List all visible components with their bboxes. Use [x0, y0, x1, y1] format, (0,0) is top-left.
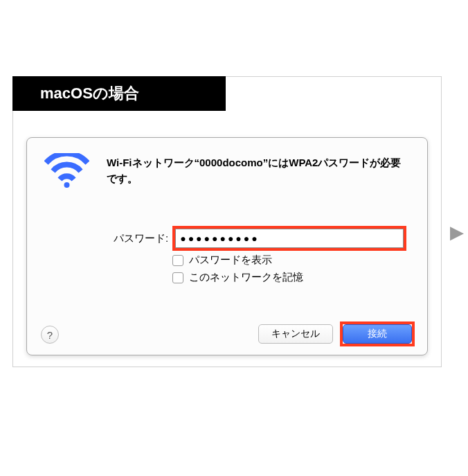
wifi-icon — [44, 153, 89, 188]
next-step-arrow-icon: ▶ — [450, 222, 464, 243]
help-button[interactable]: ? — [41, 326, 59, 344]
dialog-message: Wi-Fiネットワーク“0000docomo”にはWPA2パスワードが必要です。 — [107, 155, 411, 186]
section-title: macOSの場合 — [40, 83, 139, 104]
password-row: パスワード: — [114, 226, 406, 251]
cancel-button[interactable]: キャンセル — [258, 324, 333, 344]
connect-button[interactable]: 接続 — [343, 324, 412, 344]
password-label: パスワード: — [114, 232, 168, 245]
help-icon: ? — [47, 329, 53, 341]
password-input-highlight — [172, 226, 406, 251]
remember-network-checkbox[interactable] — [172, 272, 183, 283]
show-password-row[interactable]: パスワードを表示 — [172, 254, 272, 267]
password-input[interactable] — [175, 229, 404, 248]
show-password-checkbox[interactable] — [172, 255, 183, 266]
remember-network-label: このネットワークを記憶 — [189, 271, 303, 284]
remember-network-row[interactable]: このネットワークを記憶 — [172, 271, 303, 284]
dialog-button-row: キャンセル 接続 — [258, 321, 415, 346]
section-title-banner: macOSの場合 — [12, 76, 226, 111]
wifi-password-dialog: Wi-Fiネットワーク“0000docomo”にはWPA2パスワードが必要です。… — [26, 137, 428, 355]
svg-point-0 — [64, 182, 70, 188]
connect-button-highlight: 接続 — [340, 321, 415, 346]
show-password-label: パスワードを表示 — [189, 254, 272, 267]
